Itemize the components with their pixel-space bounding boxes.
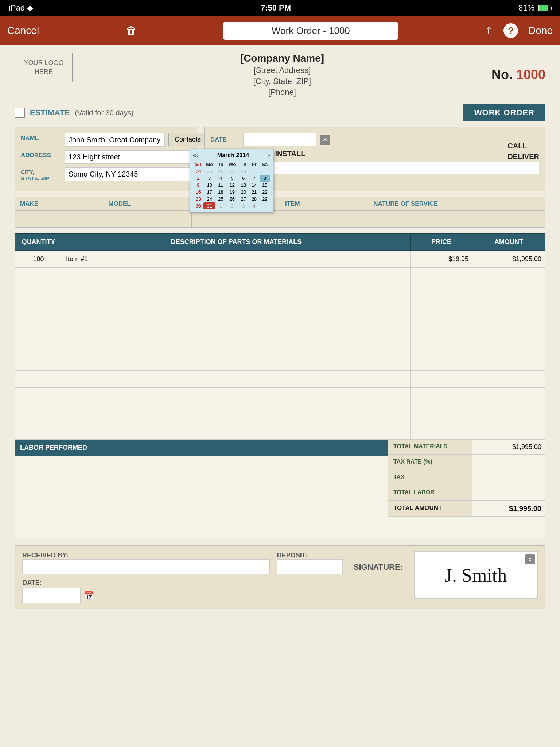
desc-input[interactable] [62, 268, 410, 285]
labor-textarea[interactable] [15, 456, 388, 536]
calendar-day[interactable]: 3 [238, 202, 249, 209]
qty-input[interactable] [15, 388, 62, 405]
qty-input[interactable] [15, 302, 62, 319]
desc-input[interactable] [62, 251, 410, 267]
amount-input[interactable] [472, 405, 545, 422]
tax-input[interactable] [472, 470, 545, 485]
price-input[interactable] [411, 319, 472, 336]
calendar-day[interactable]: 3 [203, 175, 215, 182]
calendar-day[interactable]: 25 [215, 196, 226, 202]
delete-icon[interactable]: 🗑 [126, 24, 137, 37]
amount-input[interactable] [472, 371, 545, 387]
help-icon[interactable]: ? [503, 23, 518, 38]
calendar-day[interactable]: 20 [238, 189, 249, 196]
calendar-day[interactable]: 6 [238, 175, 249, 182]
equip-item-input[interactable] [280, 211, 368, 227]
done-button[interactable]: Done [528, 25, 553, 36]
calendar-day[interactable]: 27 [226, 168, 238, 175]
qty-input[interactable] [15, 319, 62, 336]
calendar-day[interactable]: 4 [215, 175, 226, 182]
amount-input[interactable] [472, 422, 545, 439]
qty-input[interactable] [15, 405, 62, 422]
calendar-day[interactable]: 14 [249, 182, 260, 189]
calendar-day[interactable]: 16 [193, 189, 203, 196]
calendar-day[interactable]: 26 [215, 168, 226, 175]
calendar-day[interactable]: 2 [226, 202, 238, 209]
equip-nature-input[interactable] [368, 211, 545, 227]
calendar-day[interactable]: 17 [203, 189, 215, 196]
calendar-day[interactable]: 22 [260, 189, 270, 196]
price-input[interactable] [411, 422, 472, 439]
calendar-day[interactable]: 23 [193, 196, 203, 202]
calendar-day[interactable]: 30 [193, 202, 203, 209]
calendar-day[interactable]: 5 [226, 175, 238, 182]
calendar-day[interactable]: 13 [238, 182, 249, 189]
calendar-day[interactable]: 19 [226, 189, 238, 196]
price-input[interactable] [411, 268, 472, 285]
phone-input[interactable] [243, 162, 539, 174]
desc-input[interactable] [62, 302, 410, 319]
date-input[interactable] [243, 133, 316, 146]
qty-input[interactable] [15, 268, 62, 285]
qty-input[interactable] [15, 422, 62, 439]
equip-serial-input[interactable] [192, 211, 280, 227]
cal-next-button[interactable]: › [268, 152, 270, 159]
calendar-day[interactable]: 25 [203, 168, 215, 175]
city-input[interactable] [65, 167, 191, 181]
price-input[interactable] [411, 388, 472, 405]
calendar-day[interactable]: 26 [226, 196, 238, 202]
calendar-day[interactable]: 21 [249, 189, 260, 196]
calendar-day[interactable]: 11 [215, 182, 226, 189]
price-input[interactable] [411, 302, 472, 319]
calendar-day[interactable]: 28 [238, 168, 249, 175]
amount-input[interactable] [472, 285, 545, 302]
qty-input[interactable] [15, 353, 62, 370]
sig-date-input[interactable] [22, 588, 81, 603]
price-input[interactable] [411, 336, 472, 353]
calendar-day[interactable]: 28 [249, 196, 260, 202]
calendar-day[interactable]: 9 [193, 182, 203, 189]
amount-input[interactable] [472, 268, 545, 285]
desc-input[interactable] [62, 422, 410, 439]
calendar-day[interactable]: 7 [249, 175, 260, 182]
calendar-day[interactable]: 1 [215, 202, 226, 209]
qty-input[interactable] [15, 371, 62, 387]
equip-make-input[interactable] [15, 211, 103, 227]
price-input[interactable] [411, 353, 472, 370]
price-input[interactable] [411, 371, 472, 387]
desc-input[interactable] [62, 388, 410, 405]
sig-clear-button[interactable]: x [525, 554, 535, 564]
amount-input[interactable] [472, 319, 545, 336]
total-labor-input[interactable] [472, 485, 545, 500]
calendar-day[interactable]: 12 [226, 182, 238, 189]
name-input[interactable] [65, 133, 165, 147]
amount-input[interactable] [472, 251, 545, 267]
address-input[interactable] [65, 150, 191, 164]
calendar-day[interactable]: 24 [203, 196, 215, 202]
amount-input[interactable] [472, 388, 545, 405]
qty-input[interactable] [15, 336, 62, 353]
share-icon[interactable]: ⇧ [485, 25, 493, 37]
calendar-day[interactable]: 8 [260, 175, 270, 182]
calendar-day[interactable]: 24 [193, 168, 203, 175]
qty-input[interactable] [15, 251, 62, 267]
cal-prev-prev-button[interactable]: « [193, 152, 196, 159]
desc-input[interactable] [62, 405, 410, 422]
amount-input[interactable] [472, 353, 545, 370]
price-input[interactable] [411, 251, 472, 267]
calendar-day[interactable]: 27 [238, 196, 249, 202]
calendar-day[interactable]: 31 [203, 202, 215, 209]
estimate-checkbox[interactable] [15, 108, 25, 118]
desc-input[interactable] [62, 371, 410, 387]
received-by-input[interactable] [22, 559, 270, 574]
desc-input[interactable] [62, 353, 410, 370]
qty-input[interactable] [15, 285, 62, 302]
amount-input[interactable] [472, 336, 545, 353]
calendar-day[interactable]: 29 [260, 196, 270, 202]
desc-input[interactable] [62, 336, 410, 353]
equip-model-input[interactable] [103, 211, 191, 227]
date-close-button[interactable]: ✕ [320, 135, 330, 145]
calendar-day[interactable]: 10 [203, 182, 215, 189]
calendar-day[interactable]: 15 [260, 182, 270, 189]
tax-rate-input[interactable] [472, 455, 545, 470]
